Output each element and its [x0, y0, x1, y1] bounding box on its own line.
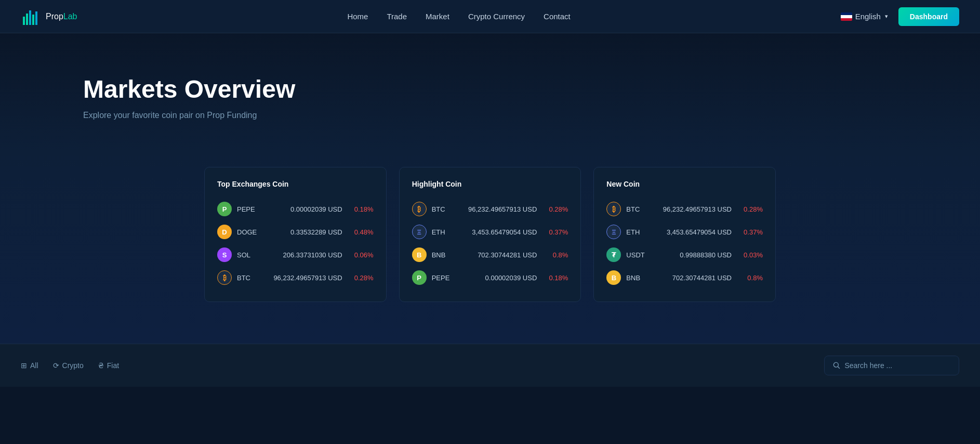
svg-rect-0 [23, 17, 25, 25]
table-row[interactable]: ₿BTC96,232.49657913 USD0.28% [412, 198, 568, 220]
coin-change: 0.06% [348, 251, 374, 259]
language-label: English [855, 12, 881, 21]
bottom-link-crypto[interactable]: ⟳Crypto [53, 361, 84, 370]
coin-change: 0.18% [348, 205, 374, 213]
table-row[interactable]: ₮USDT0.99888380 USD0.03% [606, 243, 763, 266]
coin-name: SOL [237, 251, 258, 259]
coin-change: 0.03% [737, 251, 763, 259]
nav-right: English ▾ Dashboard [841, 7, 959, 26]
coin-name: DOGE [237, 228, 258, 236]
coin-price: 96,232.49657913 USD [458, 205, 537, 213]
card-title-highlight: Highlight Coin [412, 180, 568, 188]
coin-price: 0.00002039 USD [458, 274, 537, 282]
bottom-link-all[interactable]: ⊞All [21, 361, 38, 370]
coin-icon-doge: D [217, 225, 232, 239]
nav-link-crypto-currency[interactable]: Crypto Currency [468, 12, 525, 21]
coin-change: 0.18% [542, 274, 568, 282]
coin-price: 96,232.49657913 USD [263, 274, 342, 282]
link-icon-crypto: ⟳ [53, 361, 59, 370]
table-row[interactable]: ΞETH3,453.65479054 USD0.37% [606, 220, 763, 243]
coin-price: 702.30744281 USD [458, 251, 537, 259]
cards-grid: Top Exchanges CoinPPEPE0.00002039 USD0.1… [204, 167, 776, 302]
bottom-link-fiat[interactable]: ₴Fiat [98, 361, 119, 370]
coin-name: PEPE [432, 274, 453, 282]
language-selector[interactable]: English ▾ [841, 12, 888, 21]
coin-price: 3,453.65479054 USD [652, 228, 732, 236]
coin-name: BTC [237, 274, 258, 282]
coin-icon-btc: ₿ [217, 270, 232, 285]
coin-name: USDT [626, 251, 647, 259]
card-highlight: Highlight Coin₿BTC96,232.49657913 USD0.2… [399, 167, 581, 302]
table-row[interactable]: PPEPE0.00002039 USD0.18% [217, 198, 374, 220]
nav-link-trade[interactable]: Trade [387, 12, 407, 21]
hero-section: Markets Overview Explore your favorite c… [0, 33, 980, 151]
coin-icon-bnb: B [412, 247, 427, 262]
cards-section: Top Exchanges CoinPPEPE0.00002039 USD0.1… [0, 151, 980, 344]
navbar: PropLab Home Trade Market Crypto Currenc… [0, 0, 980, 33]
svg-rect-3 [32, 15, 34, 25]
table-row[interactable]: ₿BTC96,232.49657913 USD0.28% [217, 266, 374, 289]
coin-name: PEPE [237, 205, 258, 213]
coin-name: BTC [626, 205, 647, 213]
link-label: Fiat [107, 361, 119, 370]
coin-price: 0.00002039 USD [263, 205, 342, 213]
nav-links: Home Trade Market Crypto Currency Contac… [347, 12, 570, 21]
logo-text: PropLab [46, 12, 77, 21]
link-label: Crypto [62, 361, 84, 370]
link-icon-fiat: ₴ [98, 361, 104, 370]
table-row[interactable]: BBNB702.30744281 USD0.8% [412, 243, 568, 266]
coin-price: 702.30744281 USD [652, 274, 732, 282]
coin-name: BNB [432, 251, 453, 259]
coin-icon-sol: S [217, 247, 232, 262]
svg-rect-1 [26, 14, 28, 25]
table-row[interactable]: PPEPE0.00002039 USD0.18% [412, 266, 568, 289]
table-row[interactable]: SSOL206.33731030 USD0.06% [217, 243, 374, 266]
table-row[interactable]: ₿BTC96,232.49657913 USD0.28% [606, 198, 763, 220]
link-icon-all: ⊞ [21, 361, 27, 370]
svg-line-6 [838, 367, 839, 368]
coin-icon-eth: Ξ [606, 225, 621, 239]
coin-change: 0.28% [348, 274, 374, 282]
coin-change: 0.37% [737, 228, 763, 236]
search-icon [833, 361, 840, 370]
table-row[interactable]: BBNB702.30744281 USD0.8% [606, 266, 763, 289]
link-label: All [30, 361, 38, 370]
coin-icon-eth: Ξ [412, 225, 427, 239]
coin-icon-btc: ₿ [606, 202, 621, 216]
coin-change: 0.37% [542, 228, 568, 236]
coin-icon-btc: ₿ [412, 202, 427, 216]
coin-change: 0.28% [737, 205, 763, 213]
page-title: Markets Overview [83, 75, 959, 103]
coin-icon-bnb: B [606, 270, 621, 285]
svg-rect-4 [35, 11, 37, 25]
chevron-down-icon: ▾ [885, 13, 888, 20]
nav-link-home[interactable]: Home [347, 12, 368, 21]
coin-icon-pepe: P [412, 270, 427, 285]
coin-price: 0.99888380 USD [652, 251, 732, 259]
nav-link-contact[interactable]: Contact [544, 12, 571, 21]
coin-price: 3,453.65479054 USD [458, 228, 537, 236]
table-row[interactable]: ΞETH3,453.65479054 USD0.37% [412, 220, 568, 243]
dashboard-button[interactable]: Dashboard [898, 7, 959, 26]
svg-rect-2 [29, 10, 31, 25]
search-bar[interactable] [824, 356, 959, 375]
coin-name: ETH [432, 228, 453, 236]
coin-icon-pepe: P [217, 202, 232, 216]
coin-price: 96,232.49657913 USD [652, 205, 732, 213]
hero-subtitle: Explore your favorite coin pair on Prop … [83, 111, 959, 120]
coin-price: 206.33731030 USD [263, 251, 342, 259]
flag-icon [841, 12, 852, 21]
logo[interactable]: PropLab [21, 6, 77, 27]
coin-change: 0.8% [542, 251, 568, 259]
bottom-bar: ⊞All⟳Crypto₴Fiat [0, 344, 980, 387]
coin-change: 0.8% [737, 274, 763, 282]
card-title-top-exchanges: Top Exchanges Coin [217, 180, 374, 188]
nav-link-market[interactable]: Market [426, 12, 449, 21]
table-row[interactable]: DDOGE0.33532289 USD0.48% [217, 220, 374, 243]
bottom-links: ⊞All⟳Crypto₴Fiat [21, 361, 119, 370]
coin-price: 0.33532289 USD [263, 228, 342, 236]
card-title-new-coin: New Coin [606, 180, 763, 188]
search-input[interactable] [844, 361, 950, 370]
coin-change: 0.48% [348, 228, 374, 236]
card-new-coin: New Coin₿BTC96,232.49657913 USD0.28%ΞETH… [593, 167, 776, 302]
